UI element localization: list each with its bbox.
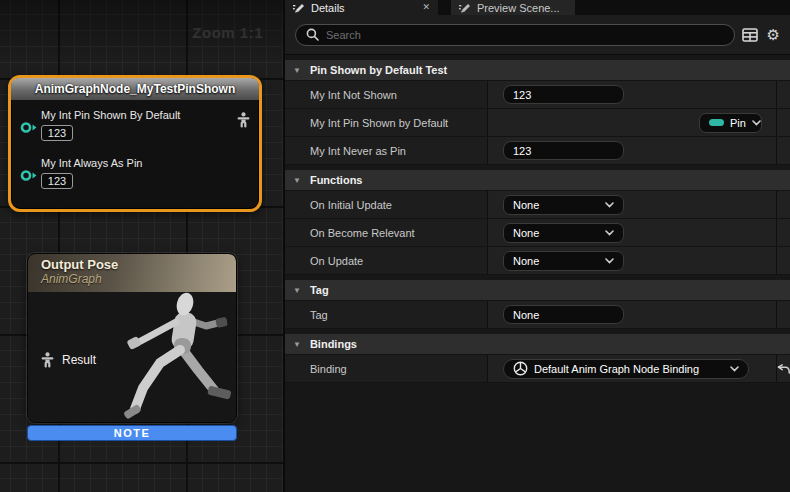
pose-result-pin-icon[interactable] — [40, 352, 55, 368]
int-data-pin-icon[interactable] — [20, 120, 37, 138]
reset-rail — [777, 247, 790, 274]
reset-rail — [777, 301, 790, 328]
row-my-int-pin-shown-by-default: My Int Pin Shown by Default Pin — [285, 109, 790, 137]
pin-state-icon — [709, 119, 724, 126]
pin-dropdown-value: Pin — [730, 117, 746, 129]
node-title[interactable]: AnimGraphNode_MyTestPinShown — [11, 78, 259, 100]
property-label: On Update — [285, 247, 488, 274]
row-my-int-never-as-pin: My Int Never as Pin — [285, 137, 790, 165]
chevron-down-icon — [730, 366, 739, 372]
caret-down-icon[interactable]: ▼ — [293, 340, 301, 349]
reset-rail — [777, 109, 790, 136]
section-tag: ▼ Tag Tag — [285, 280, 790, 329]
section-title: Bindings — [310, 338, 357, 350]
tab-label: Preview Scene... — [477, 2, 560, 14]
section-pin-shown-by-default-test: ▼ Pin Shown by Default Test My Int Not S… — [285, 60, 790, 165]
node-body: Result — [28, 292, 236, 423]
pin-visibility-dropdown[interactable]: Pin — [699, 113, 762, 133]
tag-input[interactable] — [503, 305, 624, 324]
binding-dropdown[interactable]: Default Anim Graph Node Binding — [503, 359, 749, 379]
zoom-level-label: Zoom 1:1 — [192, 24, 263, 41]
on-become-relevant-dropdown[interactable]: None — [503, 223, 624, 243]
chevron-down-icon — [605, 230, 614, 236]
int-data-pin-icon[interactable] — [20, 168, 37, 186]
property-label: On Initial Update — [285, 191, 488, 218]
row-tag: Tag — [285, 301, 790, 329]
section-header[interactable]: ▼ Functions — [285, 170, 790, 191]
reset-rail — [777, 137, 790, 164]
pin-default-value[interactable]: 123 — [41, 173, 73, 189]
tab-details[interactable]: Details ✕ — [285, 0, 438, 15]
tab-label: Details — [311, 2, 345, 14]
my-int-not-shown-input[interactable] — [503, 85, 624, 104]
caret-down-icon[interactable]: ▼ — [293, 286, 301, 295]
details-panel: Details ✕ Preview Scene... — [285, 0, 790, 492]
property-label: Binding — [285, 355, 488, 382]
tab-preview-scene[interactable]: Preview Scene... — [451, 0, 575, 15]
pin-label: My Int Pin Shown By Default — [41, 109, 180, 121]
tab-bar: Details ✕ Preview Scene... — [285, 0, 790, 15]
search-row: ⚙ — [285, 15, 790, 55]
section-header[interactable]: ▼ Bindings — [285, 334, 790, 355]
anim-graph-canvas[interactable]: Zoom 1:1 AnimGraphNode_MyTestPinShown My… — [0, 0, 283, 492]
section-title: Functions — [310, 174, 363, 186]
caret-down-icon[interactable]: ▼ — [293, 176, 301, 185]
node-title: Output Pose — [41, 257, 236, 272]
property-label: Tag — [285, 301, 488, 328]
dropdown-value: None — [513, 227, 539, 239]
row-on-initial-update: On Initial Update None — [285, 191, 790, 219]
property-label: My Int Pin Shown by Default — [285, 109, 488, 136]
pin-label: My Int Always As Pin — [41, 157, 142, 169]
reset-rail — [777, 219, 790, 246]
node-header[interactable]: Output Pose AnimGraph — [28, 254, 236, 292]
pose-output-pin-icon[interactable] — [236, 112, 251, 132]
reset-rail — [777, 355, 790, 382]
display-filters-icon[interactable] — [742, 28, 758, 42]
row-on-become-relevant: On Become Relevant None — [285, 219, 790, 247]
reset-rail — [777, 191, 790, 218]
section-title: Pin Shown by Default Test — [310, 64, 447, 76]
pin-default-value[interactable]: 123 — [41, 125, 73, 141]
search-box[interactable] — [295, 24, 735, 46]
dropdown-value: None — [513, 199, 539, 211]
preview-scene-tab-icon — [459, 2, 471, 13]
section-header[interactable]: ▼ Pin Shown by Default Test — [285, 60, 790, 81]
section-functions: ▼ Functions On Initial Update None On Be… — [285, 170, 790, 275]
my-int-never-as-pin-input[interactable] — [503, 141, 624, 160]
row-binding: Binding Default Anim Graph Node Binding — [285, 355, 790, 383]
section-header[interactable]: ▼ Tag — [285, 280, 790, 301]
node-animgraphnode-mytestpinshown[interactable]: AnimGraphNode_MyTestPinShown My Int Pin … — [8, 75, 262, 212]
revert-icon[interactable] — [777, 364, 790, 374]
chevron-down-icon — [752, 120, 761, 126]
node-output-pose[interactable]: Output Pose AnimGraph — [27, 253, 237, 423]
binding-value: Default Anim Graph Node Binding — [534, 363, 699, 375]
property-label: My Int Never as Pin — [285, 137, 488, 164]
on-initial-update-dropdown[interactable]: None — [503, 195, 624, 215]
dropdown-value: None — [513, 255, 539, 267]
node-subtitle: AnimGraph — [41, 272, 236, 286]
property-label: On Become Relevant — [285, 219, 488, 246]
section-bindings: ▼ Bindings Binding Default Anim Graph No… — [285, 334, 790, 383]
settings-gear-icon[interactable]: ⚙ — [767, 27, 780, 42]
property-label: My Int Not Shown — [285, 81, 488, 108]
chevron-down-icon — [605, 258, 614, 264]
details-tab-icon — [293, 2, 305, 13]
note-bubble[interactable]: NOTE — [27, 425, 237, 441]
row-on-update: On Update None — [285, 247, 790, 275]
result-pin-label: Result — [62, 353, 96, 367]
caret-down-icon[interactable]: ▼ — [293, 66, 301, 75]
reset-rail — [777, 81, 790, 108]
unreal-editor-window: Zoom 1:1 AnimGraphNode_MyTestPinShown My… — [0, 0, 790, 492]
close-icon[interactable]: ✕ — [422, 3, 430, 12]
row-my-int-not-shown: My Int Not Shown — [285, 81, 790, 109]
search-input[interactable] — [326, 29, 724, 41]
on-update-dropdown[interactable]: None — [503, 251, 624, 271]
chevron-down-icon — [605, 202, 614, 208]
section-title: Tag — [310, 284, 329, 296]
binding-icon — [513, 361, 528, 376]
search-icon — [306, 28, 319, 41]
